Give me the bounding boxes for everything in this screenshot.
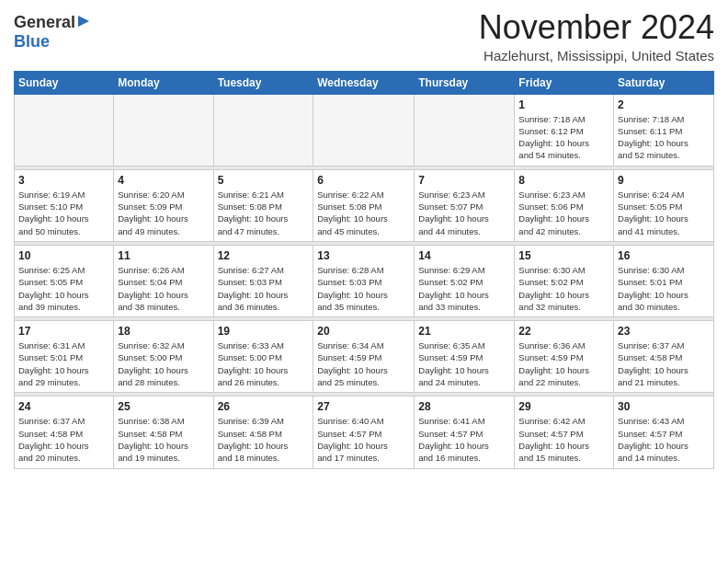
day-info: Sunrise: 6:40 AMSunset: 4:57 PMDaylight:… bbox=[317, 415, 410, 464]
day-number: 9 bbox=[618, 174, 710, 187]
header-sunday: Sunday bbox=[15, 71, 114, 94]
calendar-cell-w3-d5: 22Sunrise: 6:36 AMSunset: 4:59 PMDayligh… bbox=[515, 321, 614, 393]
calendar-cell-w2-d2: 12Sunrise: 6:27 AMSunset: 5:03 PMDayligh… bbox=[213, 245, 313, 316]
day-number: 23 bbox=[618, 325, 710, 338]
header-monday: Monday bbox=[114, 71, 213, 94]
calendar-cell-w0-d2 bbox=[213, 94, 313, 166]
day-number: 7 bbox=[418, 174, 510, 187]
calendar-cell-w4-d2: 26Sunrise: 6:39 AMSunset: 4:58 PMDayligh… bbox=[213, 396, 313, 468]
day-info: Sunrise: 6:32 AMSunset: 5:00 PMDaylight:… bbox=[118, 339, 209, 388]
day-info: Sunrise: 6:35 AMSunset: 4:59 PMDaylight:… bbox=[418, 339, 510, 388]
week-row-0: 1Sunrise: 7:18 AMSunset: 6:12 PMDaylight… bbox=[15, 94, 714, 166]
day-info: Sunrise: 6:24 AMSunset: 5:05 PMDaylight:… bbox=[618, 189, 710, 237]
day-info: Sunrise: 6:23 AMSunset: 5:06 PMDaylight:… bbox=[518, 189, 609, 237]
calendar-cell-w0-d4 bbox=[415, 94, 515, 166]
page: General Blue November 2024 Hazlehurst, M… bbox=[0, 0, 728, 483]
calendar-cell-w0-d5: 1Sunrise: 7:18 AMSunset: 6:12 PMDaylight… bbox=[515, 94, 614, 166]
logo: General Blue bbox=[14, 13, 91, 52]
day-info: Sunrise: 6:38 AMSunset: 4:58 PMDaylight:… bbox=[118, 415, 209, 464]
day-number: 21 bbox=[418, 325, 510, 338]
location-subtitle: Hazlehurst, Mississippi, United States bbox=[479, 48, 714, 63]
day-info: Sunrise: 6:31 AMSunset: 5:01 PMDaylight:… bbox=[18, 339, 109, 388]
calendar-cell-w0-d6: 2Sunrise: 7:18 AMSunset: 6:11 PMDaylight… bbox=[614, 94, 714, 166]
day-number: 5 bbox=[218, 174, 310, 187]
calendar-cell-w4-d4: 28Sunrise: 6:41 AMSunset: 4:57 PMDayligh… bbox=[415, 396, 515, 468]
svg-marker-0 bbox=[78, 16, 89, 27]
day-number: 30 bbox=[618, 400, 710, 413]
calendar-cell-w1-d2: 5Sunrise: 6:21 AMSunset: 5:08 PMDaylight… bbox=[213, 169, 313, 241]
day-info: Sunrise: 6:33 AMSunset: 5:00 PMDaylight:… bbox=[218, 339, 310, 388]
day-number: 11 bbox=[118, 249, 209, 262]
calendar-cell-w1-d1: 4Sunrise: 6:20 AMSunset: 5:09 PMDaylight… bbox=[114, 169, 213, 241]
calendar-cell-w0-d0 bbox=[15, 94, 114, 166]
day-number: 27 bbox=[317, 400, 410, 413]
calendar-cell-w4-d3: 27Sunrise: 6:40 AMSunset: 4:57 PMDayligh… bbox=[313, 396, 415, 468]
calendar-cell-w1-d4: 7Sunrise: 6:23 AMSunset: 5:07 PMDaylight… bbox=[415, 169, 515, 241]
day-info: Sunrise: 6:37 AMSunset: 4:58 PMDaylight:… bbox=[618, 339, 710, 388]
calendar-cell-w1-d3: 6Sunrise: 6:22 AMSunset: 5:08 PMDaylight… bbox=[313, 169, 415, 241]
day-number: 15 bbox=[518, 249, 609, 262]
calendar-cell-w3-d1: 18Sunrise: 6:32 AMSunset: 5:00 PMDayligh… bbox=[114, 321, 213, 393]
day-info: Sunrise: 6:34 AMSunset: 4:59 PMDaylight:… bbox=[317, 339, 410, 388]
day-info: Sunrise: 6:43 AMSunset: 4:57 PMDaylight:… bbox=[618, 415, 710, 464]
calendar-cell-w3-d2: 19Sunrise: 6:33 AMSunset: 5:00 PMDayligh… bbox=[213, 321, 313, 393]
day-info: Sunrise: 6:25 AMSunset: 5:05 PMDaylight:… bbox=[18, 264, 109, 313]
calendar-cell-w4-d1: 25Sunrise: 6:38 AMSunset: 4:58 PMDayligh… bbox=[114, 396, 213, 468]
calendar-cell-w2-d0: 10Sunrise: 6:25 AMSunset: 5:05 PMDayligh… bbox=[15, 245, 114, 316]
header-saturday: Saturday bbox=[614, 71, 714, 94]
day-info: Sunrise: 6:29 AMSunset: 5:02 PMDaylight:… bbox=[418, 264, 510, 313]
day-info: Sunrise: 6:36 AMSunset: 4:59 PMDaylight:… bbox=[518, 339, 609, 388]
day-number: 25 bbox=[118, 400, 209, 413]
day-number: 16 bbox=[618, 249, 710, 262]
header-friday: Friday bbox=[515, 71, 614, 94]
calendar: Sunday Monday Tuesday Wednesday Thursday… bbox=[14, 71, 714, 469]
day-number: 4 bbox=[118, 174, 209, 187]
header-thursday: Thursday bbox=[415, 71, 515, 94]
calendar-cell-w1-d0: 3Sunrise: 6:19 AMSunset: 5:10 PMDaylight… bbox=[15, 169, 114, 241]
day-number: 29 bbox=[518, 400, 609, 413]
week-row-4: 24Sunrise: 6:37 AMSunset: 4:58 PMDayligh… bbox=[15, 396, 714, 468]
day-info: Sunrise: 6:22 AMSunset: 5:08 PMDaylight:… bbox=[317, 189, 410, 237]
day-info: Sunrise: 7:18 AMSunset: 6:12 PMDaylight:… bbox=[518, 113, 609, 162]
day-number: 13 bbox=[317, 249, 410, 262]
title-block: November 2024 Hazlehurst, Mississippi, U… bbox=[479, 9, 714, 63]
day-info: Sunrise: 6:39 AMSunset: 4:58 PMDaylight:… bbox=[218, 415, 310, 464]
logo-text: General bbox=[14, 13, 91, 32]
day-number: 18 bbox=[118, 325, 209, 338]
calendar-cell-w4-d0: 24Sunrise: 6:37 AMSunset: 4:58 PMDayligh… bbox=[15, 396, 114, 468]
calendar-cell-w3-d0: 17Sunrise: 6:31 AMSunset: 5:01 PMDayligh… bbox=[15, 321, 114, 393]
calendar-cell-w0-d3 bbox=[313, 94, 415, 166]
day-number: 20 bbox=[317, 325, 410, 338]
logo-general: General bbox=[14, 13, 75, 32]
day-number: 14 bbox=[418, 249, 510, 262]
week-row-1: 3Sunrise: 6:19 AMSunset: 5:10 PMDaylight… bbox=[15, 169, 714, 241]
day-info: Sunrise: 6:21 AMSunset: 5:08 PMDaylight:… bbox=[218, 189, 310, 237]
day-number: 22 bbox=[518, 325, 609, 338]
day-number: 10 bbox=[18, 249, 109, 262]
weekday-header-row: Sunday Monday Tuesday Wednesday Thursday… bbox=[15, 71, 714, 94]
month-title: November 2024 bbox=[479, 9, 714, 46]
calendar-cell-w2-d1: 11Sunrise: 6:26 AMSunset: 5:04 PMDayligh… bbox=[114, 245, 213, 316]
calendar-cell-w1-d6: 9Sunrise: 6:24 AMSunset: 5:05 PMDaylight… bbox=[614, 169, 714, 241]
calendar-cell-w4-d6: 30Sunrise: 6:43 AMSunset: 4:57 PMDayligh… bbox=[614, 396, 714, 468]
day-number: 24 bbox=[18, 400, 109, 413]
day-info: Sunrise: 6:26 AMSunset: 5:04 PMDaylight:… bbox=[118, 264, 209, 313]
day-info: Sunrise: 6:42 AMSunset: 4:57 PMDaylight:… bbox=[518, 415, 609, 464]
calendar-cell-w2-d6: 16Sunrise: 6:30 AMSunset: 5:01 PMDayligh… bbox=[614, 245, 714, 316]
header-tuesday: Tuesday bbox=[213, 71, 313, 94]
calendar-cell-w4-d5: 29Sunrise: 6:42 AMSunset: 4:57 PMDayligh… bbox=[515, 396, 614, 468]
day-info: Sunrise: 6:30 AMSunset: 5:01 PMDaylight:… bbox=[618, 264, 710, 313]
day-info: Sunrise: 6:41 AMSunset: 4:57 PMDaylight:… bbox=[418, 415, 510, 464]
header-wednesday: Wednesday bbox=[313, 71, 415, 94]
day-number: 2 bbox=[618, 98, 710, 111]
calendar-cell-w3-d3: 20Sunrise: 6:34 AMSunset: 4:59 PMDayligh… bbox=[313, 321, 415, 393]
calendar-cell-w2-d3: 13Sunrise: 6:28 AMSunset: 5:03 PMDayligh… bbox=[313, 245, 415, 316]
calendar-cell-w3-d6: 23Sunrise: 6:37 AMSunset: 4:58 PMDayligh… bbox=[614, 321, 714, 393]
day-number: 3 bbox=[18, 174, 109, 187]
day-number: 12 bbox=[218, 249, 310, 262]
week-row-2: 10Sunrise: 6:25 AMSunset: 5:05 PMDayligh… bbox=[15, 245, 714, 316]
day-number: 19 bbox=[218, 325, 310, 338]
day-info: Sunrise: 6:20 AMSunset: 5:09 PMDaylight:… bbox=[118, 189, 209, 237]
header: General Blue November 2024 Hazlehurst, M… bbox=[14, 9, 714, 63]
day-info: Sunrise: 6:27 AMSunset: 5:03 PMDaylight:… bbox=[218, 264, 310, 313]
